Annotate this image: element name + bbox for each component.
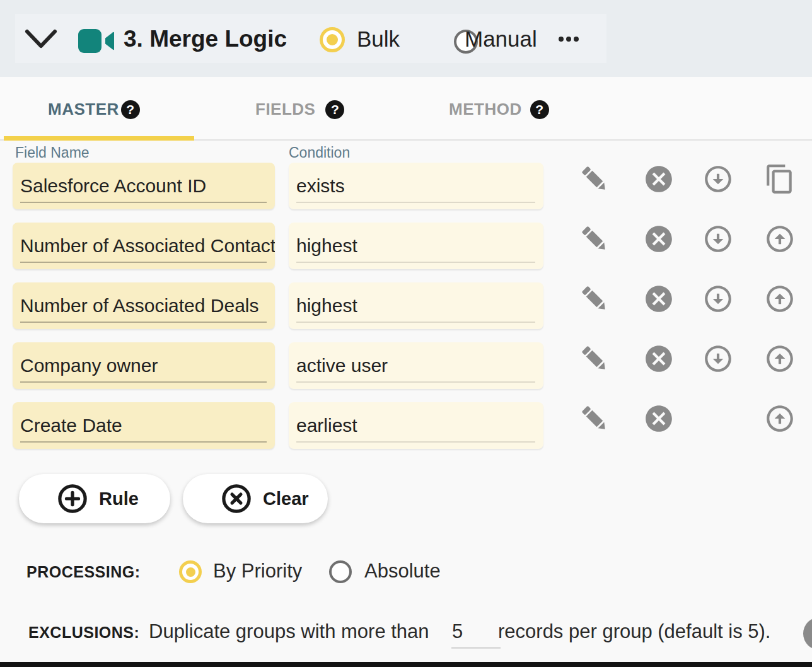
- help-icon[interactable]: ?: [530, 100, 549, 119]
- condition-value: highest: [289, 235, 357, 257]
- exclusions-text-before: Duplicate groups with more than: [149, 620, 429, 643]
- input-underline: [296, 441, 535, 443]
- add-rule-button[interactable]: Rule: [19, 474, 170, 523]
- bottom-divider: [0, 662, 812, 667]
- edit-icon[interactable]: [579, 283, 610, 315]
- radio-manual-label[interactable]: Manual: [465, 26, 537, 52]
- tab-method[interactable]: METHOD ?: [449, 100, 549, 119]
- radio-absolute[interactable]: [329, 560, 352, 583]
- field-name-value: Number of Associated Deals: [13, 295, 259, 316]
- delete-icon[interactable]: [643, 223, 675, 255]
- radio-by-priority-label[interactable]: By Priority: [213, 560, 302, 583]
- add-rule-label: Rule: [99, 489, 139, 509]
- input-underline: [451, 647, 501, 649]
- clear-rules-button[interactable]: Clear: [183, 474, 328, 523]
- section-header: 3. Merge Logic Bulk Manual: [0, 0, 812, 77]
- active-tab-indicator: [4, 136, 194, 141]
- condition-value: earliest: [289, 415, 357, 436]
- processing-label: PROCESSING:: [26, 563, 141, 581]
- delete-icon[interactable]: [643, 163, 675, 195]
- move-down-icon[interactable]: [702, 223, 734, 255]
- tab-master[interactable]: MASTER ?: [48, 100, 140, 119]
- rule-row: Create Date earliest: [0, 402, 812, 449]
- edit-icon[interactable]: [579, 223, 610, 255]
- field-name-input[interactable]: Number of Associated Deals: [13, 282, 275, 329]
- input-underline: [20, 381, 267, 383]
- radio-bulk[interactable]: [320, 27, 345, 52]
- exclusions-text-after: records per group (default is 5).: [498, 620, 771, 643]
- field-name-input[interactable]: Create Date: [13, 402, 275, 449]
- condition-input[interactable]: exists: [289, 163, 543, 209]
- chevron-down-icon[interactable]: [23, 26, 59, 55]
- input-underline: [296, 202, 535, 203]
- radio-by-priority[interactable]: [179, 560, 202, 583]
- edge-action-button[interactable]: [803, 617, 812, 650]
- exclusions-count-input[interactable]: 5: [452, 620, 500, 643]
- radio-absolute-label[interactable]: Absolute: [364, 560, 441, 583]
- copy-icon[interactable]: [764, 163, 796, 195]
- condition-value: active user: [289, 355, 388, 376]
- field-name-input[interactable]: Salesforce Account ID: [13, 163, 275, 209]
- field-name-value: Company owner: [13, 355, 158, 376]
- merge-logic-panel: 3. Merge Logic Bulk Manual MASTER ? FIEL…: [0, 0, 812, 667]
- more-options-icon[interactable]: [559, 37, 579, 42]
- rule-row: Company owner active user: [0, 342, 812, 389]
- edit-icon[interactable]: [579, 403, 610, 434]
- add-circle-icon: [56, 482, 89, 515]
- tab-fields-label: FIELDS: [255, 100, 315, 119]
- field-name-value: Create Date: [13, 415, 122, 436]
- condition-input[interactable]: highest: [289, 282, 543, 329]
- video-camera-icon: [77, 25, 116, 59]
- move-down-icon[interactable]: [702, 343, 734, 374]
- input-underline: [20, 322, 267, 323]
- rule-row: Salesforce Account ID exists: [0, 163, 812, 209]
- row-actions: [579, 403, 797, 434]
- condition-input[interactable]: earliest: [289, 402, 543, 449]
- rule-row: Number of Associated Contacts highest: [0, 223, 812, 269]
- delete-icon[interactable]: [643, 343, 675, 374]
- field-name-input[interactable]: Company owner: [13, 342, 275, 389]
- tab-master-label: MASTER: [48, 100, 119, 119]
- row-actions: [579, 343, 797, 374]
- input-underline: [296, 262, 535, 263]
- row-actions: [579, 163, 797, 195]
- move-up-icon[interactable]: [764, 223, 796, 255]
- rule-row: Number of Associated Deals highest: [0, 282, 812, 329]
- tab-bar: MASTER ? FIELDS ? METHOD ?: [0, 77, 812, 141]
- tab-fields[interactable]: FIELDS ?: [255, 100, 344, 119]
- input-underline: [20, 202, 267, 203]
- column-header-field-name: Field Name: [15, 144, 90, 161]
- clear-rules-label: Clear: [263, 489, 309, 509]
- input-underline: [296, 322, 535, 323]
- page-title: 3. Merge Logic: [124, 26, 287, 52]
- move-down-icon[interactable]: [702, 163, 734, 195]
- condition-value: highest: [289, 295, 357, 316]
- input-underline: [20, 441, 267, 443]
- edit-icon[interactable]: [579, 163, 610, 195]
- condition-value: exists: [289, 175, 345, 197]
- delete-icon[interactable]: [643, 283, 675, 315]
- radio-bulk-label[interactable]: Bulk: [357, 26, 400, 52]
- row-actions: [579, 223, 797, 255]
- condition-input[interactable]: highest: [289, 223, 543, 269]
- move-up-icon[interactable]: [764, 283, 796, 315]
- field-name-input[interactable]: Number of Associated Contacts: [13, 223, 275, 269]
- move-up-icon[interactable]: [764, 343, 796, 374]
- edit-icon[interactable]: [579, 343, 610, 374]
- input-underline: [296, 381, 535, 383]
- row-actions: [579, 283, 797, 315]
- clear-circle-icon: [220, 482, 253, 515]
- field-name-value: Number of Associated Contacts: [13, 235, 275, 257]
- move-up-icon[interactable]: [764, 403, 796, 434]
- input-underline: [20, 262, 267, 263]
- exclusions-label: EXCLUSIONS:: [28, 624, 139, 642]
- delete-icon[interactable]: [643, 403, 675, 434]
- field-name-value: Salesforce Account ID: [13, 175, 206, 197]
- column-header-condition: Condition: [289, 144, 350, 161]
- move-down-icon[interactable]: [702, 283, 734, 315]
- tab-method-label: METHOD: [449, 100, 522, 119]
- rules-list: Salesforce Account ID exists Number of A…: [0, 163, 812, 462]
- condition-input[interactable]: active user: [289, 342, 543, 389]
- help-icon[interactable]: ?: [121, 100, 140, 119]
- help-icon[interactable]: ?: [325, 100, 344, 119]
